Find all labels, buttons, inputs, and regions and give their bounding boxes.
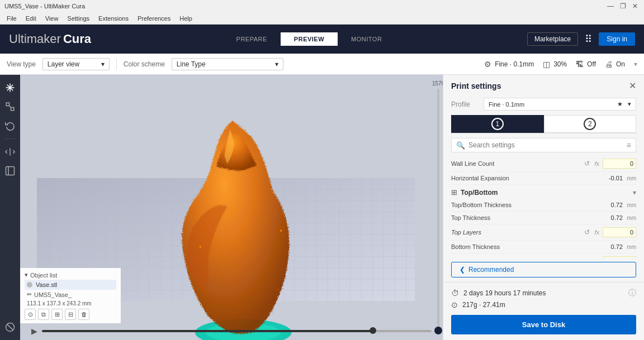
menu-help[interactable]: Help	[175, 14, 197, 23]
bottom-layers-fx[interactable]: fx	[593, 257, 600, 257]
menu-view[interactable]: View	[41, 14, 63, 23]
print-settings-header: Print settings ✕	[443, 75, 644, 95]
header: Ultimaker Cura PREPARE PREVIEW MONITOR M…	[0, 25, 644, 54]
tool-rotate[interactable]	[2, 117, 18, 134]
tab-preview[interactable]: PREVIEW	[281, 32, 338, 46]
obj-action-center[interactable]: ⊙	[25, 309, 36, 320]
infill-setting[interactable]: ◫ 30%	[543, 60, 567, 69]
main-area: 1576 ▾ Object list Vase.stl ✏ UMS5_Vase_…	[0, 75, 644, 340]
tab-monitor[interactable]: MONITOR	[338, 32, 395, 46]
obj-action-copy[interactable]: ⧉	[38, 309, 49, 320]
minimize-button[interactable]: —	[606, 2, 615, 11]
object-dot-icon	[27, 282, 32, 288]
layer-scrollbar[interactable]: 1576	[434, 80, 443, 334]
tool-per-model[interactable]	[2, 162, 18, 179]
titlebar-title: UMS5_Vase - UltiMaker Cura	[4, 3, 85, 9]
layer-track[interactable]	[437, 89, 439, 334]
menu-file[interactable]: File	[2, 14, 21, 23]
sidebar-bottom	[2, 319, 18, 336]
top-layers-reset[interactable]: ↺	[583, 227, 591, 237]
settings-tab-1[interactable]: 1	[451, 115, 544, 133]
layer-progress-track[interactable]	[42, 330, 432, 332]
marketplace-button[interactable]: Marketplace	[527, 32, 578, 46]
print-settings-panel: Print settings ✕ Profile Fine · 0.1mm ★ …	[443, 75, 644, 340]
time-icon: ⏱	[451, 289, 459, 298]
obj-action-multi[interactable]: ⊞	[51, 309, 63, 320]
setting-bottom-thickness: Bottom Thickness 0.72 mm	[451, 241, 636, 253]
layer-progress-thumb[interactable]	[370, 327, 376, 334]
horizontal-expansion-unit: mm	[625, 175, 636, 181]
signin-button[interactable]: Sign in	[599, 32, 635, 46]
nav-tabs: PREPARE PREVIEW MONITOR	[223, 32, 396, 46]
top-layers-value[interactable]: 0	[603, 227, 636, 237]
horizontal-expansion-value: -0.01	[589, 175, 623, 181]
adhesion-setting[interactable]: 🖨 On	[605, 60, 625, 69]
bottom-info: ⏱ 2 days 19 hours 17 minutes ⓘ ⊙ 217g · …	[443, 282, 644, 340]
obj-action-clone[interactable]: ⊟	[65, 309, 76, 320]
tab-2-label: 2	[588, 120, 592, 128]
object-panel-collapse-icon: ▾	[25, 271, 28, 279]
recommended-button[interactable]: ❮ Recommended	[451, 262, 636, 277]
color-scheme-label: Color scheme	[124, 60, 165, 68]
menu-preferences[interactable]: Preferences	[133, 14, 175, 23]
play-button[interactable]: ▶	[31, 327, 37, 336]
tool-support-blocker[interactable]	[2, 319, 18, 336]
search-input[interactable]	[468, 141, 623, 149]
layer-thumb[interactable]	[434, 327, 442, 334]
search-menu-button[interactable]: ≡	[627, 141, 631, 150]
menubar: File Edit View Settings Extensions Prefe…	[0, 12, 644, 25]
layer-number: 1576	[432, 80, 443, 87]
color-scheme-value: Line Type	[177, 60, 206, 68]
top-thickness-unit: mm	[625, 215, 636, 221]
wall-line-count-value[interactable]: 0	[603, 159, 636, 169]
material-value: 217g · 27.41m	[462, 301, 505, 309]
time-info-button[interactable]: ⓘ	[628, 288, 636, 298]
menu-edit[interactable]: Edit	[21, 14, 41, 23]
svg-line-7	[7, 324, 13, 331]
save-to-disk-button[interactable]: Save to Disk	[451, 315, 636, 334]
sidebar-separator	[4, 138, 16, 139]
titlebar: UMS5_Vase - UltiMaker Cura — ❐ ✕	[0, 0, 644, 12]
obj-action-delete[interactable]: 🗑	[78, 309, 89, 320]
color-scheme-select[interactable]: Line Type ▾	[172, 58, 283, 70]
top-layers-fx[interactable]: fx	[593, 228, 600, 237]
support-setting[interactable]: 🏗 Off	[576, 60, 596, 69]
object-list-item[interactable]: Vase.stl	[25, 280, 116, 290]
setting-horizontal-expansion: Horizontal Expansion -0.01 mm	[451, 172, 636, 185]
settings-list: Wall Line Count ↺ fx 0 Horizontal Expans…	[443, 156, 644, 257]
toolbar-settings: ⚙ Fine · 0.1mm ◫ 30% 🏗 Off 🖨 On ▾	[484, 60, 637, 69]
close-button[interactable]: ✕	[631, 2, 640, 11]
tool-mirror[interactable]	[2, 143, 18, 160]
wall-line-count-reset[interactable]: ↺	[583, 159, 591, 169]
bottom-thickness-unit: mm	[625, 244, 636, 250]
settings-tab-2[interactable]: 2	[544, 115, 637, 133]
setting-bottom-layers: Bottom Layers ↺ fx 0	[451, 253, 636, 257]
restore-button[interactable]: ❐	[618, 2, 627, 11]
bottom-thickness-value: 0.72	[589, 243, 623, 250]
bottom-layers-reset[interactable]: ↺	[583, 256, 591, 257]
view-type-chevron-icon: ▾	[101, 60, 105, 68]
left-sidebar	[0, 75, 20, 340]
menu-settings[interactable]: Settings	[63, 14, 94, 23]
support-icon: 🏗	[576, 60, 584, 69]
menu-extensions[interactable]: Extensions	[94, 14, 133, 23]
tool-scale[interactable]	[2, 98, 18, 115]
wall-line-count-fx[interactable]: fx	[593, 159, 600, 168]
setting-top-thickness: Top Thickness 0.72 mm	[451, 212, 636, 224]
tab-prepare[interactable]: PREPARE	[223, 32, 281, 46]
top-bottom-thickness-label: Top/Bottom Thickness	[451, 202, 587, 208]
viewport[interactable]: 1576 ▾ Object list Vase.stl ✏ UMS5_Vase_…	[20, 75, 443, 340]
profile-select[interactable]: Fine · 0.1mm ★ ▾	[484, 98, 636, 111]
search-icon: 🔍	[456, 141, 465, 150]
tool-move[interactable]	[2, 79, 18, 96]
view-type-select[interactable]: Layer view ▾	[42, 58, 110, 70]
top-bottom-thickness-value: 0.72	[589, 202, 623, 208]
section-top-bottom[interactable]: ⊞ Top/Bottom ▾	[451, 185, 636, 199]
object-panel-header[interactable]: ▾ Object list	[25, 270, 116, 280]
close-panel-button[interactable]: ✕	[629, 80, 636, 91]
infill-value: 30%	[553, 60, 567, 68]
apps-grid-button[interactable]: ⠿	[583, 31, 594, 47]
toolbar-divider-1	[116, 59, 117, 70]
bottom-layers-value[interactable]: 0	[603, 256, 636, 257]
quality-setting[interactable]: ⚙ Fine · 0.1mm	[484, 60, 534, 69]
